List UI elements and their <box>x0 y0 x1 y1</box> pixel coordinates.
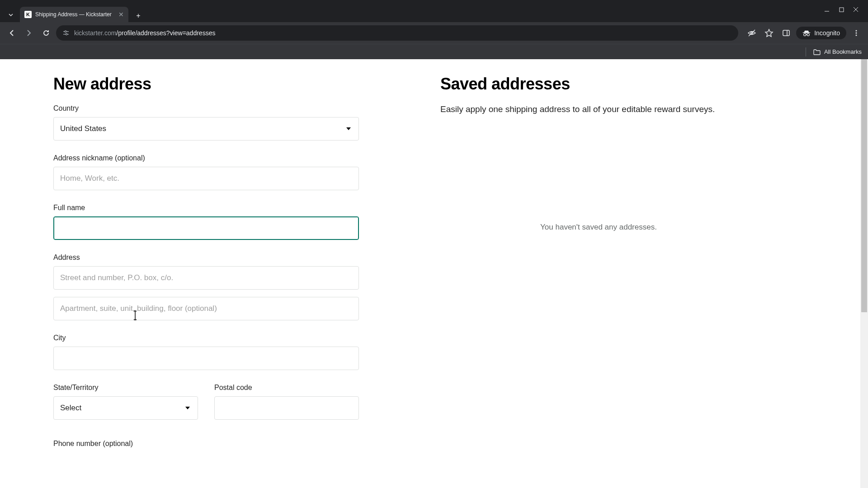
chevron-down-icon <box>8 12 14 18</box>
tab-strip: K Shipping Address — Kickstarter ✕ + <box>0 0 868 22</box>
minimize-icon[interactable] <box>824 6 830 13</box>
svg-point-8 <box>65 31 66 33</box>
nickname-label: Address nickname (optional) <box>53 154 359 162</box>
reload-button[interactable] <box>39 26 53 40</box>
saved-addresses-description: Easily apply one shipping address to all… <box>440 104 757 114</box>
postal-label: Postal code <box>214 384 359 392</box>
arrow-left-icon <box>8 29 16 37</box>
state-value: Select <box>60 404 81 413</box>
svg-point-18 <box>856 33 857 34</box>
svg-rect-1 <box>840 8 844 12</box>
svg-point-17 <box>856 30 857 32</box>
caret-down-icon <box>185 406 190 410</box>
caret-down-icon <box>346 127 351 131</box>
full-name-label: Full name <box>53 204 359 212</box>
address-label: Address <box>53 253 359 262</box>
new-tab-button[interactable]: + <box>132 9 145 22</box>
incognito-label: Incognito <box>814 29 840 37</box>
chrome-menu-icon[interactable] <box>849 26 863 40</box>
country-select[interactable]: United States <box>53 117 359 141</box>
bookmarks-bar: All Bookmarks <box>0 44 868 59</box>
all-bookmarks-button[interactable]: All Bookmarks <box>824 48 862 55</box>
state-select[interactable]: Select <box>53 396 198 420</box>
city-label: City <box>53 334 359 342</box>
incognito-indicator[interactable]: Incognito <box>796 27 846 39</box>
country-label: Country <box>53 104 359 113</box>
tab-search-dropdown[interactable] <box>4 8 18 22</box>
city-input[interactable] <box>60 347 352 370</box>
url-text: kickstarter.com/profile/addresses?view=a… <box>74 29 215 37</box>
vertical-scrollbar[interactable] <box>860 59 868 488</box>
address-line1-field[interactable] <box>53 266 359 290</box>
svg-point-19 <box>856 35 857 36</box>
saved-addresses-heading: Saved addresses <box>440 75 757 94</box>
reload-icon <box>42 29 50 37</box>
maximize-icon[interactable] <box>838 6 844 13</box>
site-settings-icon[interactable] <box>62 29 70 37</box>
divider <box>806 47 806 56</box>
svg-line-11 <box>749 30 755 36</box>
full-name-field[interactable] <box>53 216 359 240</box>
side-panel-icon[interactable] <box>779 26 793 40</box>
incognito-icon <box>802 30 811 36</box>
address-line1-input[interactable] <box>60 267 352 289</box>
address-line2-field[interactable] <box>53 297 359 320</box>
address-line2-input[interactable] <box>60 297 352 320</box>
svg-point-14 <box>802 32 811 33</box>
svg-rect-12 <box>783 30 789 36</box>
new-address-heading: New address <box>53 75 359 94</box>
window-controls <box>815 0 868 19</box>
page-viewport: New address Country United States Addres… <box>0 59 868 488</box>
back-button[interactable] <box>5 26 19 40</box>
eye-off-icon[interactable] <box>745 26 759 40</box>
close-tab-icon[interactable]: ✕ <box>118 11 124 18</box>
postal-field[interactable] <box>214 396 359 420</box>
forward-button[interactable] <box>22 26 36 40</box>
close-window-icon[interactable] <box>853 6 859 13</box>
full-name-input[interactable] <box>60 217 352 239</box>
arrow-right-icon <box>25 29 33 37</box>
bookmark-star-icon[interactable] <box>762 26 776 40</box>
nickname-input[interactable] <box>60 167 352 190</box>
browser-toolbar: kickstarter.com/profile/addresses?view=a… <box>0 22 868 44</box>
text-cursor-pointer <box>132 310 142 321</box>
tab-title: Shipping Address — Kickstarter <box>35 11 115 18</box>
address-bar[interactable]: kickstarter.com/profile/addresses?view=a… <box>56 25 738 41</box>
phone-label: Phone number (optional) <box>53 440 359 448</box>
nickname-field[interactable] <box>53 167 359 190</box>
city-field[interactable] <box>53 347 359 370</box>
country-value: United States <box>60 124 106 133</box>
browser-tab[interactable]: K Shipping Address — Kickstarter ✕ <box>20 7 128 22</box>
postal-input[interactable] <box>221 397 352 419</box>
svg-point-16 <box>807 33 809 36</box>
svg-point-15 <box>804 33 806 36</box>
folder-icon <box>813 49 821 55</box>
svg-point-9 <box>66 33 67 35</box>
kickstarter-favicon: K <box>24 11 32 18</box>
state-label: State/Territory <box>53 384 198 392</box>
scroll-thumb[interactable] <box>861 59 867 312</box>
empty-saved-message: You haven't saved any addresses. <box>440 223 757 232</box>
